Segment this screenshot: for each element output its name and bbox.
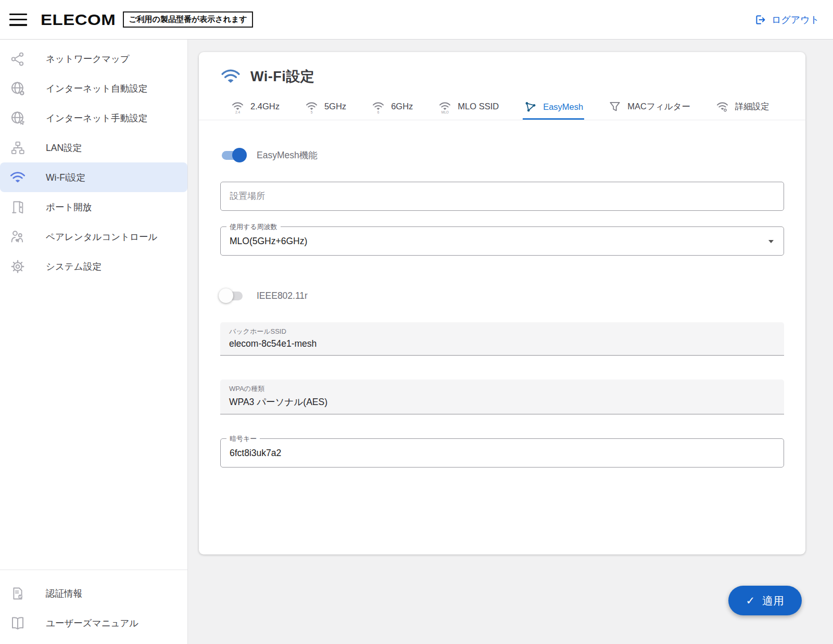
backhaul-ssid-value: elecom-8c54e1-mesh <box>229 338 775 349</box>
manual-book-icon <box>9 614 27 632</box>
sidebar-item-network-map[interactable]: ネットワークマップ <box>0 44 187 73</box>
wpa-type-label: WPAの種類 <box>229 384 775 394</box>
tab-6ghz[interactable]: 6 6GHz <box>370 95 414 120</box>
tab-label: MLO SSID <box>458 102 499 111</box>
easymesh-form: EasyMesh機能 使用する周波数 MLO(5GHz+6GHz) IEEE80… <box>199 148 805 468</box>
wifi-settings-card: Wi-Fi設定 2.4 2.4GHz <box>199 52 805 554</box>
wifi-band-icon: MLO <box>438 99 452 113</box>
ieee80211r-toggle-label: IEEE802.11r <box>257 291 308 301</box>
easymesh-toggle[interactable] <box>220 148 244 162</box>
chevron-down-icon <box>768 240 774 243</box>
wifi-band-icon: 2.4 <box>231 99 245 113</box>
page-title: Wi-Fi設定 <box>250 67 314 86</box>
wifi-gear-icon <box>715 99 729 113</box>
sidebar-footer: 認証情報 ユーザーズマニュアル <box>0 570 187 644</box>
tab-bar: 2.4 2.4GHz 5 5GHz <box>199 95 805 120</box>
lan-icon <box>9 139 27 157</box>
sidebar-item-manual[interactable]: ユーザーズマニュアル <box>0 608 187 638</box>
network-map-icon <box>9 50 27 68</box>
easymesh-toggle-label: EasyMesh機能 <box>257 149 318 161</box>
sidebar-item-wifi[interactable]: Wi-Fi設定 <box>0 162 187 192</box>
sidebar-item-parental[interactable]: ペアレンタルコントロール <box>0 222 187 251</box>
backhaul-ssid-field: バックホールSSID elecom-8c54e1-mesh <box>220 322 784 356</box>
tab-2-4ghz[interactable]: 2.4 2.4GHz <box>230 95 281 120</box>
backhaul-ssid-label: バックホールSSID <box>229 327 775 336</box>
sidebar-item-label: ユーザーズマニュアル <box>46 617 138 629</box>
sidebar-item-label: Wi-Fi設定 <box>46 171 85 184</box>
apply-button[interactable]: ✓ 適用 <box>728 586 802 615</box>
sidebar-item-label: ペアレンタルコントロール <box>46 231 158 243</box>
tab-label: 2.4GHz <box>250 102 280 111</box>
sidebar-item-label: 認証情報 <box>46 587 82 600</box>
tab-label: 詳細設定 <box>735 101 769 112</box>
tab-label: 5GHz <box>324 102 346 111</box>
wpa-type-field: WPAの種類 WPA3 パーソナル(AES) <box>220 380 784 414</box>
wifi-title-icon <box>220 66 241 87</box>
wifi-band-icon: 5 <box>305 99 319 113</box>
ieee-toggle-row: IEEE802.11r <box>220 288 784 303</box>
door-icon <box>9 198 27 216</box>
sidebar-item-internet-manual[interactable]: インターネット手動設定 <box>0 103 187 133</box>
encryption-key-field: 暗号キー <box>220 438 784 468</box>
sidebar-item-port[interactable]: ポート開放 <box>0 192 187 222</box>
wifi-band-icon: 6 <box>371 99 385 113</box>
sidebar-item-label: ネットワークマップ <box>46 53 130 65</box>
sidebar-item-internet-auto[interactable]: インターネット自動設定 <box>0 73 187 103</box>
tab-mac-filter[interactable]: MACフィルター <box>607 95 691 120</box>
globe-manual-icon <box>9 109 27 127</box>
tab-mlo-ssid[interactable]: MLO MLO SSID <box>437 95 500 120</box>
tab-easymesh[interactable]: EasyMesh <box>523 95 584 120</box>
ieee80211r-toggle[interactable] <box>220 288 244 303</box>
model-number-box: ご利用の製品型番が表示されます <box>123 11 253 28</box>
brand-logo: ELECOM <box>41 10 116 29</box>
tab-label: MACフィルター <box>627 101 690 112</box>
top-bar: ELECOM ご利用の製品型番が表示されます ログアウト <box>0 0 833 40</box>
filter-icon <box>608 100 622 113</box>
globe-auto-icon <box>9 80 27 97</box>
mesh-icon <box>524 100 537 113</box>
parental-control-icon <box>9 228 27 246</box>
frequency-select[interactable]: 使用する周波数 MLO(5GHz+6GHz) <box>220 226 784 256</box>
frequency-value: MLO(5GHz+6GHz) <box>230 236 307 247</box>
sidebar-item-label: LAN設定 <box>46 142 82 154</box>
tab-advanced[interactable]: 詳細設定 <box>714 95 771 120</box>
encryption-key-label: 暗号キー <box>226 434 260 444</box>
sidebar-item-system[interactable]: システム設定 <box>0 251 187 281</box>
tab-label: 6GHz <box>391 102 413 111</box>
location-input[interactable] <box>220 182 784 211</box>
logout-icon <box>754 14 766 26</box>
sidebar-item-label: ポート開放 <box>46 201 92 213</box>
sidebar-item-label: インターネット手動設定 <box>46 112 147 124</box>
tab-5ghz[interactable]: 5 5GHz <box>304 95 347 120</box>
sidebar-item-label: インターネット自動設定 <box>46 82 147 95</box>
wifi-icon <box>9 169 27 186</box>
apply-button-label: 適用 <box>762 594 785 608</box>
menu-icon[interactable] <box>9 14 27 26</box>
logout-button[interactable]: ログアウト <box>754 14 819 26</box>
page-title-row: Wi-Fi設定 <box>199 52 805 87</box>
wpa-type-value: WPA3 パーソナル(AES) <box>229 396 775 408</box>
frequency-label: 使用する周波数 <box>226 222 281 232</box>
sidebar-item-label: システム設定 <box>46 260 102 273</box>
check-icon: ✓ <box>746 595 755 607</box>
sidebar-item-credentials[interactable]: 認証情報 <box>0 578 187 608</box>
main-area: Wi-Fi設定 2.4 2.4GHz <box>188 40 833 644</box>
sidebar-item-lan[interactable]: LAN設定 <box>0 133 187 162</box>
certificate-icon <box>9 585 27 602</box>
encryption-key-input[interactable] <box>230 448 748 459</box>
gear-icon <box>9 258 27 275</box>
tab-label: EasyMesh <box>543 102 583 112</box>
easymesh-toggle-row: EasyMesh機能 <box>220 148 784 162</box>
sidebar: ネットワークマップ インターネット自動設定 <box>0 40 188 644</box>
logout-label: ログアウト <box>772 14 819 26</box>
